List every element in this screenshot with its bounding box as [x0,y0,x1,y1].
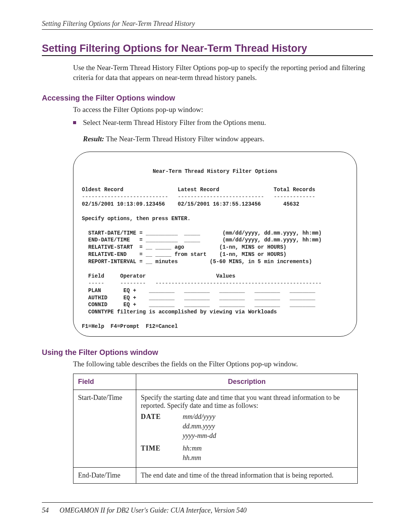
page-footer: 54 OMEGAMON II for DB2 User's Guide: CUA… [42,502,373,514]
time-formats: hh:mm hh.mm [183,444,202,463]
time-label: TIME [141,444,183,463]
panel-oldest-val: 02/15/2001 10:13:09.123456 [82,201,165,207]
panel-dashes-3: ------------- [274,194,315,200]
result-label: Result: [83,135,104,143]
date-fmt-3: yyyy-mm-dd [183,432,216,440]
date-formats: mm/dd/yyyy dd.mm.yyyy yyyy-mm-dd [183,413,216,441]
panel-fromstart: from start [175,251,207,257]
panel-blanks-1: ________ ________ ________ ________ ____… [149,288,315,294]
heading-accessing: Accessing the Filter Options window [42,94,373,102]
panel-d-vals: ----------------------------------------… [155,280,322,286]
table-head-desc: Description [136,374,358,390]
bullet-item: Select Near-term Thread History Filter f… [73,118,373,128]
panel-title: Near-Term Thread History Filter Options [82,168,348,175]
accessing-lead: To access the Filter Options pop-up wind… [73,105,373,115]
panel-specify: Specify options, then press ENTER. [82,216,191,222]
panel-end-label: END-DATE/TIME = [88,237,143,243]
panel-col-total: Total Records [274,187,315,193]
panel-eq-2: EQ + [123,295,136,301]
footer-rule [42,502,373,503]
panel-fkeys: F1=Help F4=Prompt F12=Cancel [82,323,178,329]
panel-ago: ago [175,244,184,250]
panel-eq-1: EQ + [123,288,136,294]
cell-field-start: Start-Date/Time [73,390,136,467]
cell-field-end: End-Date/Time [73,467,136,483]
date-fmt-1: mm/dd/yyyy [183,413,216,421]
panel-latest-val: 02/15/2001 16:37:55.123456 [178,201,261,207]
result-text: The Near-Term Thread History Filter wind… [104,135,264,143]
bullet-text: Select Near-term Thread History Filter f… [83,118,266,128]
panel-minutes: minutes [155,259,178,265]
panel-hdr-field: Field [88,273,104,279]
panel-blanks-2: ________ ________ ________ ________ ____… [149,295,315,301]
panel-ri-label: REPORT-INTERVAL = [88,259,143,265]
table-row: Start-Date/Time Specify the starting dat… [73,390,358,467]
panel-hdr-vals: Values [216,273,235,279]
using-lead: The following table describes the fields… [73,359,373,369]
running-head: Setting Filtering Options for Near-Term … [42,20,373,28]
page-title: Setting Filtering Options for Near-Term … [42,43,373,54]
panel-connid: CONNID [88,302,107,308]
intro-paragraph: Use the Near-Term Thread History Filter … [73,63,373,82]
table-row: End-Date/Time The end date and time of t… [73,467,358,483]
panel-d-field: ----- [88,280,104,286]
time-fmt-1: hh:mm [183,444,202,452]
panel-end-hint: (mm/dd/yyyy, dd.mm.yyyy, hh:mm) [223,237,322,243]
panel-re-label: RELATIVE-END = [88,251,143,257]
panel-dashes-1: --------------------------- [82,194,168,200]
square-bullet-icon [73,121,76,124]
title-rule [42,55,373,56]
top-rule [42,29,373,30]
panel-conntype: CONNTYPE filtering is accomplished by vi… [88,309,277,315]
panel-eq-3: EQ + [123,302,136,308]
time-fmt-2: hh.mm [183,454,202,462]
table-head-field: Field [73,374,136,390]
panel-plan: PLAN [88,288,101,294]
panel-dashes-2: --------------------------- [178,194,264,200]
date-label: DATE [141,413,183,441]
fields-table: Field Description Start-Date/Time Specif… [73,374,358,484]
panel-col-oldest: Oldest Record [82,187,123,193]
panel-col-latest: Latest Record [178,187,219,193]
panel-d-op: -------- [120,280,146,286]
panel-rs-hint: (1-nn, MINS or HOURS) [219,244,286,250]
terminal-panel: Near-Term Thread History Filter Options … [73,152,357,337]
page-number: 54 [42,506,49,514]
result-line: Result: The Near-Term Thread History Fil… [83,135,373,143]
panel-start-label: START-DATE/TIME = [88,230,143,236]
date-fmt-2: dd.mm.yyyy [183,422,216,430]
panel-ri-hint: (5-60 MINS, in 5 min increments) [210,259,312,265]
panel-rs-label: RELATIVE-START = [88,244,143,250]
cell-desc-start: Specify the starting date and time that … [136,390,358,467]
panel-total-val: 45632 [283,201,299,207]
panel-blanks-3: ________ ________ ________ ________ ____… [149,302,315,308]
cell-desc-end: The end date and time of the thread info… [136,467,358,483]
panel-start-hint: (mm/dd/yyyy, dd.mm.yyyy, hh:mm) [223,230,322,236]
start-desc-text: Specify the starting date and time that … [141,394,353,410]
panel-re-hint: (1-nn, MINS or HOURS) [219,251,286,257]
panel-hdr-op: Operator [120,273,146,279]
heading-using: Using the Filter Options window [42,348,373,357]
panel-authid: AUTHID [88,295,107,301]
footer-text: OMEGAMON II for DB2 User's Guide: CUA In… [60,506,247,514]
